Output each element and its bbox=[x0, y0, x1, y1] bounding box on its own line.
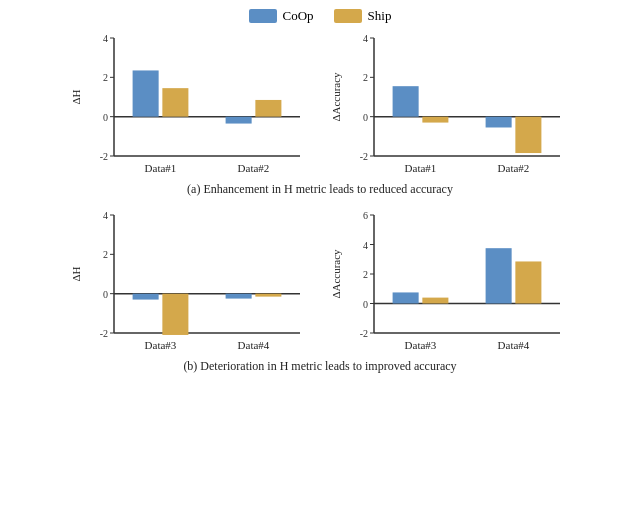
coop-bar bbox=[133, 294, 159, 300]
coop-bar bbox=[393, 292, 419, 303]
coop-bar bbox=[226, 294, 252, 299]
ship-bar bbox=[515, 261, 541, 303]
coop-bar bbox=[393, 86, 419, 116]
svg-text:ΔH: ΔH bbox=[70, 89, 82, 104]
legend-label: Ship bbox=[368, 8, 392, 24]
coop-bar bbox=[226, 117, 252, 124]
ship-bar bbox=[255, 100, 281, 117]
chart-legend: CoOpShip bbox=[249, 8, 392, 24]
legend-label: CoOp bbox=[283, 8, 314, 24]
svg-text:-2: -2 bbox=[100, 151, 108, 162]
svg-text:0: 0 bbox=[103, 289, 108, 300]
svg-text:ΔH: ΔH bbox=[70, 266, 82, 281]
svg-text:4: 4 bbox=[103, 33, 108, 44]
legend-item: Ship bbox=[334, 8, 392, 24]
ship-bar bbox=[255, 294, 281, 297]
ship-bar bbox=[162, 88, 188, 117]
svg-text:ΔAccuracy: ΔAccuracy bbox=[330, 72, 342, 122]
ship-bar bbox=[422, 117, 448, 123]
svg-text:4: 4 bbox=[363, 240, 368, 251]
ship-bar bbox=[162, 294, 188, 335]
svg-text:0: 0 bbox=[103, 112, 108, 123]
svg-text:2: 2 bbox=[103, 72, 108, 83]
svg-text:0: 0 bbox=[363, 112, 368, 123]
svg-text:Data#4: Data#4 bbox=[498, 339, 530, 351]
svg-text:4: 4 bbox=[363, 33, 368, 44]
coop-bar bbox=[133, 70, 159, 116]
svg-text:4: 4 bbox=[103, 210, 108, 221]
svg-text:Data#3: Data#3 bbox=[145, 339, 177, 351]
svg-text:Data#4: Data#4 bbox=[238, 339, 270, 351]
coop-bar bbox=[486, 117, 512, 128]
chart-container: -20246ΔAccuracyData#3Data#4 bbox=[330, 207, 570, 357]
svg-text:Data#2: Data#2 bbox=[238, 162, 270, 174]
svg-text:Data#1: Data#1 bbox=[405, 162, 437, 174]
coop-bar bbox=[486, 248, 512, 303]
legend-item: CoOp bbox=[249, 8, 314, 24]
ship-bar bbox=[422, 298, 448, 304]
svg-text:-2: -2 bbox=[360, 328, 368, 339]
legend-swatch bbox=[249, 9, 277, 23]
chart-row: -2024ΔHData#1Data#2-2024ΔAccuracyData#1D… bbox=[10, 30, 630, 203]
svg-text:2: 2 bbox=[363, 72, 368, 83]
legend-swatch bbox=[334, 9, 362, 23]
svg-text:Data#3: Data#3 bbox=[405, 339, 437, 351]
svg-text:6: 6 bbox=[363, 210, 368, 221]
svg-text:ΔAccuracy: ΔAccuracy bbox=[330, 249, 342, 299]
ship-bar bbox=[515, 117, 541, 153]
chart-caption: (a) Enhancement in H metric leads to red… bbox=[187, 182, 453, 197]
svg-text:2: 2 bbox=[103, 249, 108, 260]
chart-container: -2024ΔHData#1Data#2 bbox=[70, 30, 310, 180]
svg-text:-2: -2 bbox=[100, 328, 108, 339]
svg-text:Data#1: Data#1 bbox=[145, 162, 177, 174]
svg-text:0: 0 bbox=[363, 299, 368, 310]
svg-text:-2: -2 bbox=[360, 151, 368, 162]
chart-container: -2024ΔAccuracyData#1Data#2 bbox=[330, 30, 570, 180]
svg-text:Data#2: Data#2 bbox=[498, 162, 530, 174]
chart-caption: (b) Deterioration in H metric leads to i… bbox=[183, 359, 456, 374]
chart-row: -2024ΔHData#3Data#4-20246ΔAccuracyData#3… bbox=[10, 207, 630, 380]
chart-container: -2024ΔHData#3Data#4 bbox=[70, 207, 310, 357]
svg-text:2: 2 bbox=[363, 269, 368, 280]
